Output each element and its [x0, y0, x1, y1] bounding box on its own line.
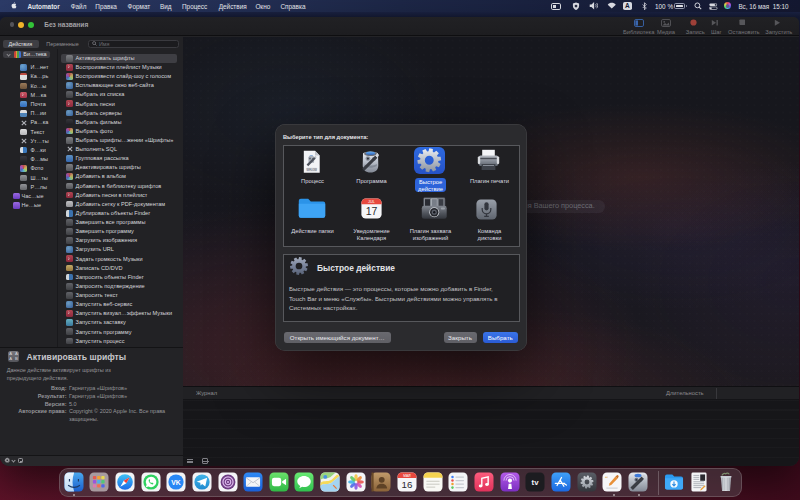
svg-text:JUL: JUL	[368, 200, 375, 204]
svg-text:МАЙ: МАЙ	[403, 474, 411, 478]
svg-text:tv: tv	[532, 478, 540, 487]
svg-text:“: “	[605, 475, 608, 482]
svg-text:17: 17	[366, 205, 378, 217]
svg-text:VK: VK	[171, 478, 181, 485]
svg-text:WFLOW: WFLOW	[307, 167, 318, 171]
svg-text:16: 16	[402, 479, 413, 490]
